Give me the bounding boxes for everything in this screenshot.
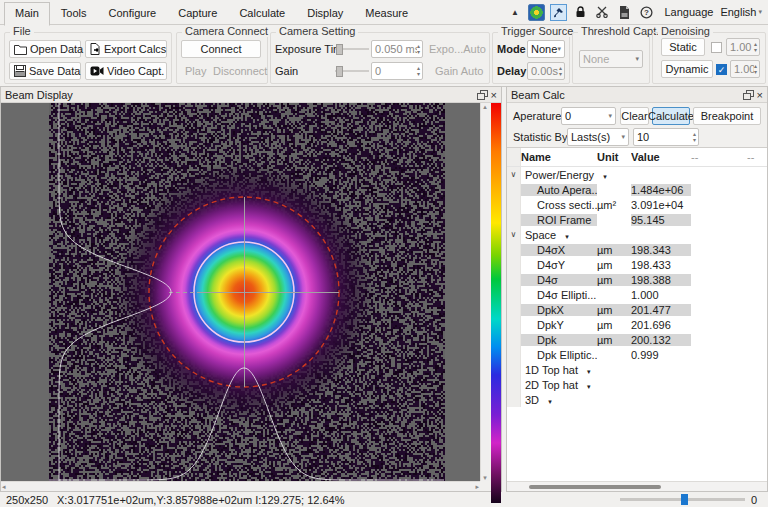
collapse-toolbar-icon[interactable]: ▲ (506, 4, 523, 21)
table-horizontal-scrollbar[interactable] (507, 481, 767, 491)
statistic-mode-select[interactable]: Lasts(s)▾ (567, 128, 629, 146)
static-denoise-spinbox[interactable]: 1.00 ▴▾ (726, 38, 760, 56)
language-value: English (720, 6, 756, 18)
table-row[interactable]: Dpk Elliptic...0.999 (507, 347, 767, 362)
beam-vertical-scrollbar[interactable]: ▴ ▾ (480, 103, 489, 481)
aperture-select[interactable]: 0▾ (561, 107, 616, 125)
spin-arrows[interactable]: ▴▾ (754, 41, 759, 53)
table-row[interactable]: DpkXµm201.477 (507, 302, 767, 317)
trigger-delay-spinbox[interactable]: 0.00s ▴▾ (527, 62, 565, 80)
trigger-source-group: Trigger Source Mode None▾ Delay 0.00s ▴▾ (492, 32, 570, 84)
play-button[interactable]: Play (185, 62, 206, 80)
column-header-extra2[interactable]: -- (747, 151, 767, 163)
table-row[interactable]: Cross secti...µm²3.091e+04 (507, 197, 767, 212)
tab-configure[interactable]: Configure (98, 2, 168, 25)
table-row[interactable]: D4σYµm198.433 (507, 257, 767, 272)
spin-arrows[interactable]: ▴▾ (693, 131, 698, 143)
group-row[interactable]: 2D Top hat ▾ (507, 377, 767, 392)
column-header-name[interactable]: Name (521, 151, 597, 163)
exposure-spinbox[interactable]: 0.050 ms ▴▾ (371, 40, 423, 58)
statistic-by-label: Statistic By (513, 128, 567, 146)
table-row[interactable]: DpkYµm201.696 (507, 317, 767, 332)
tab-display[interactable]: Display (296, 2, 354, 25)
scroll-down-icon[interactable]: ▾ (483, 474, 487, 481)
table-row[interactable]: ROI Frame95.145 (507, 212, 767, 227)
trigger-mode-select[interactable]: None▾ (527, 40, 565, 58)
lock-icon[interactable] (572, 4, 589, 21)
status-slider-thumb[interactable] (681, 494, 688, 505)
scissors-icon[interactable] (594, 4, 611, 21)
beam-calc-header: Beam Calc × (507, 87, 767, 103)
statistic-count-spinbox[interactable]: 10 ▴▾ (633, 128, 699, 146)
group-row[interactable]: ∨Power/Energy ▾ (507, 167, 767, 182)
gain-slider-thumb[interactable] (336, 66, 343, 77)
floppy-icon (14, 65, 26, 77)
table-row[interactable]: Dpkµm200.132 (507, 332, 767, 347)
file-group: File Open Data Export Calcs Save Data Vi… (4, 32, 172, 84)
tab-capture[interactable]: Capture (167, 2, 228, 25)
beam-image-canvas[interactable] (1, 103, 487, 481)
threshold-select[interactable]: None▾ (579, 50, 643, 68)
spin-arrows[interactable]: ▴▾ (417, 43, 422, 55)
video-camera-icon (90, 66, 104, 76)
table-row[interactable]: D4σXµm198.343 (507, 242, 767, 257)
beam-calc-panel: Beam Calc × Aperature 0▾ Clear Calculate… (506, 86, 768, 492)
spin-arrows[interactable]: ▴▾ (559, 65, 564, 77)
table-row[interactable]: Auto Apera...1.484e+06 (507, 182, 767, 197)
scroll-up-icon[interactable]: ▴ (483, 103, 487, 110)
table-row[interactable]: D4σ Ellipti...1.000 (507, 287, 767, 302)
application-window: Main Tools Configure Capture Calculate D… (0, 0, 768, 507)
float-panel-icon[interactable] (477, 90, 487, 99)
group-row[interactable]: ∨Space ▾ (507, 227, 767, 242)
denoising-title: Denoising (658, 25, 713, 37)
close-icon[interactable]: × (491, 90, 497, 100)
exposure-slider-thumb[interactable] (336, 44, 343, 55)
scrollbar-thumb[interactable] (529, 485, 661, 489)
dynamic-denoise-spinbox[interactable]: 1.00 ▴▾ (730, 60, 760, 78)
disconnect-button[interactable]: Disconnect (213, 62, 267, 80)
column-header-unit[interactable]: Unit (597, 151, 631, 163)
delay-label: Delay (497, 62, 526, 80)
connect-button[interactable]: Connect (181, 40, 261, 58)
table-row[interactable]: D4σµm198.388 (507, 272, 767, 287)
gain-slider[interactable] (335, 62, 369, 80)
save-data-button[interactable]: Save Data (9, 62, 81, 80)
scroll-right-icon[interactable]: ▸ (475, 483, 479, 490)
language-select[interactable]: English ▾ (718, 5, 764, 19)
chevron-down-icon: ▾ (557, 45, 561, 53)
tab-tools[interactable]: Tools (50, 2, 98, 25)
float-panel-icon[interactable] (743, 90, 753, 99)
group-row[interactable]: 1D Top hat ▾ (507, 362, 767, 377)
export-calcs-button[interactable]: Export Calcs (85, 40, 167, 58)
exposure-slider[interactable] (335, 40, 369, 58)
gain-auto-button[interactable]: Gain Auto (435, 62, 483, 80)
gain-spinbox[interactable]: 0 ▴▾ (371, 62, 423, 80)
dynamic-denoise-checkbox[interactable]: ✓ (716, 64, 727, 75)
tab-calculate[interactable]: Calculate (228, 2, 296, 25)
help-icon[interactable]: ? (638, 4, 655, 21)
dynamic-denoise-button[interactable]: Dynamic (661, 60, 713, 78)
exposure-auto-button[interactable]: Expo...Auto (429, 40, 486, 58)
close-icon[interactable]: × (757, 90, 763, 100)
snapshot-icon[interactable] (616, 4, 633, 21)
group-row[interactable]: 3D ▾ (507, 392, 767, 407)
static-denoise-checkbox[interactable] (711, 42, 722, 53)
calculate-button[interactable]: Calculate (652, 107, 690, 125)
beam-view-icon[interactable] (528, 4, 545, 21)
status-slider[interactable] (620, 498, 745, 501)
pin-icon[interactable] (550, 4, 567, 21)
column-header-extra1[interactable]: -- (691, 151, 747, 163)
camera-connect-title: Camera Connect (182, 25, 271, 37)
spin-arrows[interactable]: ▴▾ (754, 63, 759, 75)
column-header-value[interactable]: Value (631, 151, 691, 163)
breakpoint-button[interactable]: Breakpoint (693, 107, 761, 125)
clear-button[interactable]: Clear (620, 107, 649, 125)
beam-horizontal-scrollbar[interactable]: ◂ ▸ (1, 481, 480, 491)
scroll-left-icon[interactable]: ◂ (2, 483, 6, 490)
static-denoise-button[interactable]: Static (661, 38, 705, 56)
spin-arrows[interactable]: ▴▾ (417, 65, 422, 77)
tab-measure[interactable]: Measure (354, 2, 419, 25)
video-capture-button[interactable]: Video Capt. (85, 62, 167, 80)
open-data-button[interactable]: Open Data (9, 40, 81, 58)
tab-main[interactable]: Main (4, 2, 50, 26)
